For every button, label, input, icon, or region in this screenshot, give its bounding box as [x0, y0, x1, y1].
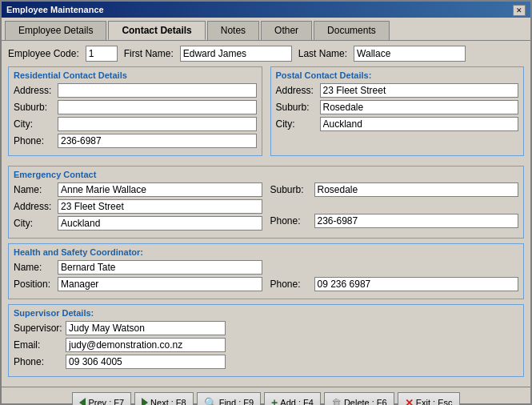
res-address-input[interactable] [58, 83, 257, 98]
delete-icon: 🗑 [331, 397, 342, 406]
postal-suburb-label: Suburb: [276, 102, 320, 113]
next-button[interactable]: Next : F8 [134, 392, 194, 405]
postal-suburb-row: Suburb: [276, 100, 519, 114]
res-suburb-input[interactable] [58, 100, 257, 114]
add-icon: + [271, 396, 278, 405]
employee-code-label: Employee Code: [8, 48, 79, 59]
main-window: Employee Maintenance ✕ Employee Details … [0, 0, 532, 405]
sup-supervisor-row: Supervisor: [14, 321, 518, 335]
sup-supervisor-label: Supervisor: [14, 323, 66, 334]
tab-documents[interactable]: Documents [314, 21, 390, 40]
postal-address-input[interactable] [320, 83, 519, 98]
em-address-input[interactable] [58, 199, 262, 214]
tabs-bar: Employee Details Contact Details Notes O… [2, 18, 530, 40]
close-button[interactable]: ✕ [513, 5, 526, 16]
find-icon: 🔍 [204, 397, 217, 406]
postal-city-label: City: [276, 118, 320, 130]
content-area: Employee Code: First Name: Last Name: Re… [2, 40, 530, 387]
add-button[interactable]: + Add : F4 [264, 392, 321, 405]
res-phone-label: Phone: [14, 135, 58, 146]
hs-position-label: Position: [14, 279, 58, 290]
em-name-label: Name: [14, 184, 58, 195]
title-bar: Employee Maintenance ✕ [2, 2, 530, 18]
postal-section: Postal Contact Details: Address: Suburb:… [270, 66, 525, 156]
res-suburb-label: Suburb: [14, 102, 58, 113]
tab-notes[interactable]: Notes [207, 21, 259, 40]
emergency-section: Emergency Contact Name: Address: City: [8, 166, 524, 239]
em-suburb-input[interactable] [314, 182, 519, 197]
postal-address-label: Address: [276, 85, 320, 96]
exit-button[interactable]: ✕ Exit : Esc [398, 392, 460, 405]
res-address-row: Address: [14, 83, 257, 98]
sup-phone-label: Phone: [14, 356, 66, 367]
employee-code-input[interactable] [86, 46, 118, 62]
find-button[interactable]: 🔍 Find : F9 [197, 392, 261, 405]
em-city-row: City: [14, 216, 262, 231]
hs-grid: Name: Position: Phone: [14, 260, 518, 294]
em-name-row: Name: [14, 182, 262, 197]
prev-label: Prev : F7 [88, 398, 124, 405]
hs-right: Phone: [270, 260, 519, 294]
res-address-label: Address: [14, 85, 58, 96]
emergency-left: Name: Address: City: [14, 182, 262, 233]
res-city-input[interactable] [58, 117, 257, 131]
hs-phone-label: Phone: [270, 279, 314, 290]
prev-button[interactable]: Prev : F7 [72, 392, 131, 405]
sup-email-label: Email: [14, 339, 66, 351]
res-phone-input[interactable] [58, 134, 257, 148]
hs-phone-input[interactable] [314, 277, 519, 291]
sup-phone-input[interactable] [66, 355, 226, 369]
tab-other[interactable]: Other [261, 21, 312, 40]
delete-label: Delete : F6 [344, 398, 387, 405]
tab-contact-details[interactable]: Contact Details [108, 21, 205, 40]
sup-email-input[interactable] [66, 338, 226, 352]
next-label: Next : F8 [150, 398, 186, 405]
hs-position-input[interactable] [58, 277, 262, 291]
hs-name-row: Name: [14, 260, 262, 275]
em-city-input[interactable] [58, 216, 262, 231]
postal-suburb-input[interactable] [320, 100, 519, 114]
hs-position-row: Position: [14, 277, 262, 291]
exit-icon: ✕ [405, 397, 414, 406]
sup-email-row: Email: [14, 338, 518, 352]
delete-button[interactable]: 🗑 Delete : F6 [324, 392, 394, 405]
last-name-input[interactable] [354, 46, 466, 62]
em-suburb-row: Suburb: [270, 182, 519, 197]
last-name-label: Last Name: [298, 48, 347, 59]
res-suburb-row: Suburb: [14, 100, 257, 114]
exit-label: Exit : Esc [416, 398, 453, 405]
hs-name-label: Name: [14, 262, 58, 273]
emergency-right: Suburb: Phone: [270, 182, 519, 233]
hs-name-input[interactable] [58, 260, 262, 275]
emergency-title: Emergency Contact [14, 170, 518, 179]
postal-city-row: City: [276, 117, 519, 131]
first-name-label: First Name: [124, 48, 174, 59]
em-phone-label: Phone: [270, 215, 314, 227]
next-icon [142, 398, 148, 405]
find-label: Find : F9 [219, 398, 254, 405]
window-title: Employee Maintenance [6, 5, 104, 14]
employee-row: Employee Code: First Name: Last Name: [8, 46, 524, 62]
prev-icon [79, 398, 86, 405]
em-city-label: City: [14, 218, 58, 229]
res-phone-row: Phone: [14, 134, 257, 148]
title-bar-controls: ✕ [513, 4, 526, 16]
first-name-input[interactable] [180, 46, 292, 62]
em-address-label: Address: [14, 201, 58, 212]
tab-employee-details[interactable]: Employee Details [5, 21, 106, 40]
postal-title: Postal Contact Details: [276, 70, 519, 80]
em-name-input[interactable] [58, 182, 262, 197]
postal-city-input[interactable] [320, 117, 519, 131]
add-label: Add : F4 [280, 398, 314, 405]
em-phone-input[interactable] [314, 214, 519, 228]
em-phone-row: Phone: [270, 214, 519, 228]
residential-title: Residential Contact Details [14, 70, 257, 80]
hs-phone-row: Phone: [270, 277, 519, 291]
main-sections: Residential Contact Details Address: Sub… [8, 66, 524, 161]
hs-left: Name: Position: [14, 260, 262, 294]
toolbar: Prev : F7 Next : F8 🔍 Find : F9 + Add : … [2, 387, 530, 405]
emergency-grid: Name: Address: City: Suburb: [14, 182, 518, 233]
sup-supervisor-input[interactable] [66, 321, 226, 335]
em-suburb-label: Suburb: [270, 184, 314, 195]
sup-phone-row: Phone: [14, 355, 518, 369]
